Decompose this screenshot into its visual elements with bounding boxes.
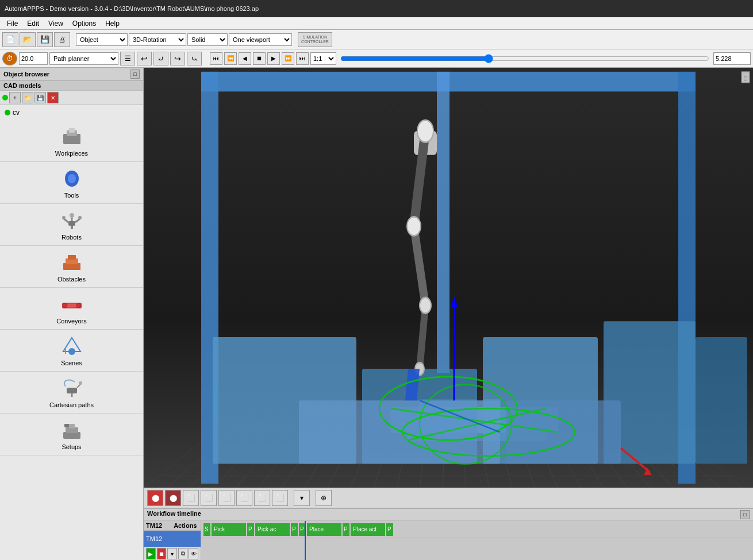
scenes-icon <box>60 334 84 358</box>
categories: Workpieces Tools <box>0 120 143 455</box>
save-cad-btn[interactable]: 💾 <box>34 92 46 103</box>
workflow-timeline[interactable]: S Pick P Pick ac P P Place P Place act P <box>201 521 753 560</box>
wf-eye-btn[interactable]: 👁 <box>189 548 198 559</box>
svg-point-12 <box>70 213 74 218</box>
toolbar2: ⏱ 20.0 Path planner ☰ ↩ ⤾ ↪ ⤿ ⏮ ⏪ ◀ ⏹ ▶ … <box>0 49 753 68</box>
wf-copy-btn[interactable]: ⧉ <box>178 548 188 559</box>
workflow-panel: Workflow timeline □ TM12 Actions TM12 ▶ … <box>144 508 753 560</box>
tool3-btn[interactable]: ↪ <box>170 52 185 65</box>
svg-line-44 <box>414 226 425 306</box>
list-icon[interactable]: ☰ <box>120 52 135 65</box>
workflow-robot-row[interactable]: TM12 <box>144 531 201 547</box>
vt-btn-5[interactable]: ⬜ <box>218 490 235 506</box>
menu-edit[interactable]: Edit <box>22 18 44 29</box>
open-button[interactable]: 📂 <box>20 32 36 47</box>
sidebar-item-workpieces[interactable]: Workpieces <box>0 120 143 162</box>
vt-btn-2[interactable]: ⬤ <box>165 490 181 506</box>
svg-point-46 <box>417 120 433 142</box>
workflow-columns-header: TM12 Actions <box>144 521 201 531</box>
vt-btn-4[interactable]: ⬜ <box>201 490 217 506</box>
vt-btn-dropdown[interactable]: ▾ <box>294 490 310 506</box>
col-actions: Actions <box>174 522 197 529</box>
shading-select[interactable]: Solid <box>187 33 228 46</box>
robots-label: Robots <box>62 234 82 241</box>
wf-dropdown-btn[interactable]: ▾ <box>167 548 177 559</box>
cad-item-cv[interactable]: cv <box>5 107 139 118</box>
tl-block-p1[interactable]: P <box>247 523 254 536</box>
sidebar-item-obstacles[interactable]: Obstacles <box>0 246 143 288</box>
workflow-maximize[interactable]: □ <box>740 510 750 519</box>
tl-block-pick[interactable]: Pick <box>212 523 246 536</box>
new-button[interactable]: 📄 <box>2 32 18 47</box>
sidebar-item-cartesian[interactable]: Cartesian paths <box>0 372 143 414</box>
sidebar-item-tools[interactable]: Tools <box>0 162 143 204</box>
folder-cad-btn[interactable]: 📁 <box>22 92 33 103</box>
vt-btn-crosshair[interactable]: ⊕ <box>316 490 332 506</box>
tl-block-p5[interactable]: P <box>386 523 393 536</box>
sidebar-item-setups[interactable]: Setups <box>0 414 143 455</box>
tl-block-place[interactable]: Place <box>307 523 341 536</box>
navigation-select[interactable]: 3D-Rotation <box>129 33 186 46</box>
tools-label: Tools <box>64 192 79 199</box>
viewport-toolbar: ⬤ ⬤ ⬜ ⬜ ⬜ ⬜ ⬜ ⬜ ▾ ⊕ <box>144 488 753 508</box>
save-button[interactable]: 💾 <box>37 32 53 47</box>
close-cad-btn[interactable]: ✕ <box>47 92 59 103</box>
sidebar-item-conveyors[interactable]: Conveyors <box>0 288 143 330</box>
wf-stop-btn[interactable]: ⏹ <box>157 548 167 559</box>
menu-view[interactable]: View <box>44 18 68 29</box>
svg-point-4 <box>68 174 76 183</box>
stop-btn[interactable]: ⏹ <box>253 52 266 65</box>
svg-point-48 <box>420 298 431 314</box>
menu-options[interactable]: Options <box>68 18 101 29</box>
prev-btn[interactable]: ⏪ <box>224 52 237 65</box>
tl-block-placeact[interactable]: Place act <box>351 523 385 536</box>
cad-item-dot <box>5 110 10 115</box>
svg-rect-30 <box>64 424 69 427</box>
skip-end-btn[interactable]: ⏭ <box>296 52 309 65</box>
next-btn[interactable]: ⏩ <box>282 52 294 65</box>
workflow-left: TM12 Actions TM12 ▶ ⏹ ▾ ⧉ 👁 <box>144 521 201 560</box>
play-btn[interactable]: ▶ <box>267 52 280 65</box>
menu-file[interactable]: File <box>2 18 22 29</box>
tl-block-p4[interactable]: P <box>343 523 349 536</box>
info-button[interactable]: SIMULATION CONTROLLER <box>298 32 332 47</box>
sidebar-item-scenes[interactable]: Scenes <box>0 330 143 372</box>
svg-line-7 <box>64 219 68 222</box>
mode-select[interactable]: Object <box>76 33 128 46</box>
svg-rect-29 <box>69 424 75 428</box>
vt-btn-3[interactable]: ⬜ <box>183 490 199 506</box>
title-bar: AutomAPPPS - Demo version - 3.0.4 - D:\3… <box>0 0 753 17</box>
tl-block-pickact[interactable]: Pick ac <box>255 523 290 536</box>
tool1-btn[interactable]: ↩ <box>137 52 152 65</box>
clock-icon[interactable]: ⏱ <box>2 52 17 65</box>
tl-block-p2[interactable]: P <box>291 523 298 536</box>
add-cad-btn[interactable]: + <box>9 92 21 103</box>
viewport-select[interactable]: One viewport <box>229 33 292 46</box>
vt-btn-7[interactable]: ⬜ <box>254 490 270 506</box>
sidebar-item-robots[interactable]: Robots <box>0 204 143 246</box>
workpieces-icon <box>60 125 84 149</box>
vt-btn-6[interactable]: ⬜ <box>236 490 252 506</box>
play-back-btn[interactable]: ◀ <box>239 52 251 65</box>
conveyors-label: Conveyors <box>56 318 87 325</box>
3d-viewport[interactable]: □ <box>144 68 753 488</box>
tl-block-s[interactable]: S <box>203 523 210 536</box>
svg-text:□: □ <box>744 73 748 82</box>
cad-models-header: CAD models <box>0 81 143 91</box>
vt-btn-8[interactable]: ⬜ <box>272 490 288 506</box>
timeline-slider[interactable] <box>340 52 709 65</box>
time-display[interactable]: 5.228 <box>713 52 751 65</box>
vt-btn-1[interactable]: ⬤ <box>147 490 163 506</box>
tool4-btn[interactable]: ⤿ <box>187 52 202 65</box>
speed-input[interactable]: 20.0 <box>19 52 48 65</box>
menu-help[interactable]: Help <box>101 18 124 29</box>
path-planner-select[interactable]: Path planner <box>49 52 118 65</box>
sidebar-maximize[interactable]: □ <box>130 69 140 79</box>
print-button[interactable]: 🖨 <box>54 32 70 47</box>
workpieces-label: Workpieces <box>55 150 88 157</box>
wf-play-btn[interactable]: ▶ <box>146 548 156 559</box>
tool2-btn[interactable]: ⤾ <box>153 52 168 65</box>
cartesian-label: Cartesian paths <box>49 401 94 408</box>
skip-start-btn[interactable]: ⏮ <box>210 52 222 65</box>
speed-ratio-select[interactable]: 1:1 <box>310 52 336 65</box>
